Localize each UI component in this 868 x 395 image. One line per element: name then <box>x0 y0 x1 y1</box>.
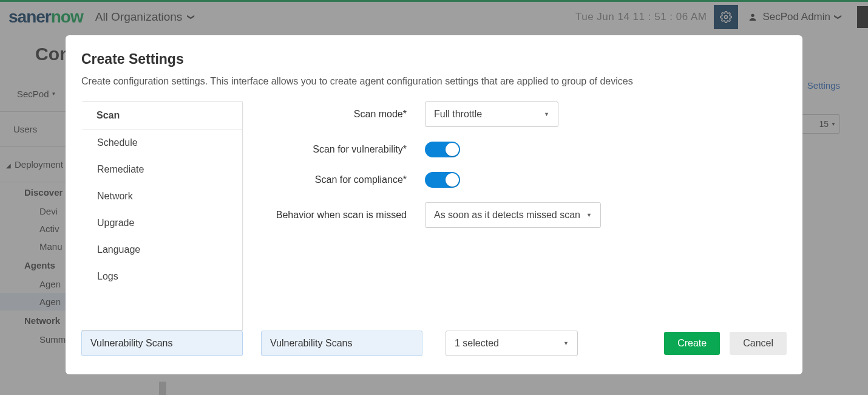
settings-name-input[interactable]: Vulnerability Scans <box>81 331 243 356</box>
toggle-knob <box>446 143 459 156</box>
tab-network[interactable]: Network <box>81 183 242 210</box>
modal-title: Create Settings <box>81 51 787 67</box>
scan-mode-label: Scan mode* <box>255 109 425 120</box>
footer-actions: Create Cancel <box>664 332 787 355</box>
tab-language[interactable]: Language <box>81 236 242 263</box>
scan-compliance-label: Scan for compliance* <box>255 174 425 185</box>
missed-behavior-label: Behavior when scan is missed <box>255 210 425 221</box>
form-row-missed-behavior: Behavior when scan is missed As soon as … <box>255 202 787 228</box>
scan-mode-select[interactable]: Full throttle ▼ <box>425 101 558 127</box>
caret-down-icon: ▼ <box>586 212 592 218</box>
tab-upgrade[interactable]: Upgrade <box>81 210 242 236</box>
missed-behavior-select[interactable]: As soon as it detects missed scan ▼ <box>425 202 601 228</box>
group-multiselect[interactable]: 1 selected ▼ <box>446 331 578 356</box>
modal-description: Create configuration settings. This inte… <box>81 76 787 87</box>
cancel-button[interactable]: Cancel <box>730 332 787 355</box>
create-button[interactable]: Create <box>664 332 720 355</box>
tab-remediate[interactable]: Remediate <box>81 156 242 183</box>
create-settings-modal: Create Settings Create configuration set… <box>66 35 802 374</box>
form-row-scan-compliance: Scan for compliance* <box>255 172 787 188</box>
caret-down-icon: ▼ <box>563 340 569 346</box>
modal-footer: Vulnerability Scans Vulnerability Scans … <box>81 331 787 356</box>
tab-logs[interactable]: Logs <box>81 263 242 290</box>
caret-down-icon: ▼ <box>544 111 549 117</box>
settings-tabs: Scan Schedule Remediate Network Upgrade … <box>81 101 243 331</box>
scan-vulnerability-toggle[interactable] <box>425 142 460 157</box>
missed-behavior-value: As soon as it detects missed scan <box>434 210 580 221</box>
group-select-value: 1 selected <box>455 338 499 349</box>
scan-mode-value: Full throttle <box>434 109 482 120</box>
form-row-scan-mode: Scan mode* Full throttle ▼ <box>255 101 787 127</box>
settings-desc-input[interactable]: Vulnerability Scans <box>261 331 422 356</box>
tab-schedule[interactable]: Schedule <box>81 129 242 156</box>
scan-vulnerability-label: Scan for vulnerability* <box>255 144 425 155</box>
modal-body: Scan Schedule Remediate Network Upgrade … <box>81 101 787 331</box>
form-row-scan-vulnerability: Scan for vulnerability* <box>255 142 787 157</box>
scan-compliance-toggle[interactable] <box>425 172 460 188</box>
settings-form: Scan mode* Full throttle ▼ Scan for vuln… <box>255 101 787 331</box>
toggle-knob <box>446 173 459 187</box>
tab-scan[interactable]: Scan <box>81 101 242 129</box>
